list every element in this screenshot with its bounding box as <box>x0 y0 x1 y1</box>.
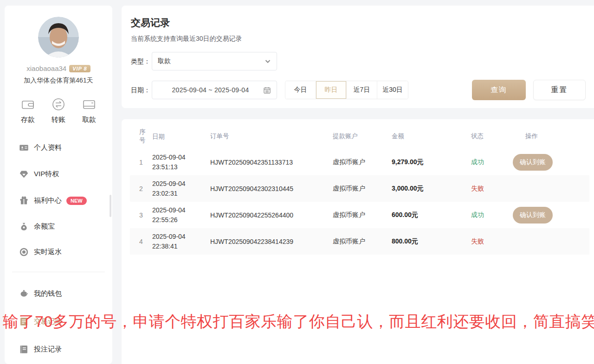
reset-button[interactable]: 重置 <box>533 80 586 100</box>
new-badge: NEW <box>66 197 87 205</box>
table-row: 2 2025-09-04 23:02:31 HJWT20250904230231… <box>130 175 589 202</box>
column-header: 订单号 <box>210 132 333 140</box>
page-title: 交易记录 <box>131 16 170 29</box>
row-order-number: HJWT202509042302310445 <box>210 185 333 192</box>
row-time: 22:38:41 <box>152 242 207 251</box>
row-time: 22:55:26 <box>152 215 207 225</box>
search-button[interactable]: 查询 <box>472 80 526 100</box>
sidebar-item-bets[interactable]: 投注记录 <box>5 335 112 363</box>
sidebar-item-label: 投注记录 <box>34 345 62 354</box>
row-account: 虚拟币账户 <box>333 185 392 193</box>
sidebar-item-label: 余额宝 <box>34 222 55 231</box>
date-range-input[interactable]: 2025-09-04 ~ 2025-09-04 <box>152 81 277 99</box>
table-row: 4 2025-09-04 22:38:41 HJWT20250904223841… <box>130 228 589 255</box>
sidebar-item-label: VIP特权 <box>34 170 59 179</box>
avatar <box>38 17 79 57</box>
row-order-number: HJWT202509042238414239 <box>210 238 333 245</box>
quick-action-label: 取款 <box>82 115 96 124</box>
gift-icon <box>19 196 29 205</box>
table-row: 1 2025-09-04 23:51:13 HJWT20250904235113… <box>130 149 589 175</box>
column-header: 日期 <box>152 132 210 141</box>
type-select[interactable]: 取款 <box>152 52 277 70</box>
calendar-icon <box>263 86 271 94</box>
date-filter-row: 日期： 2025-09-04 ~ 2025-09-04 今日 昨日 近7日 近3… <box>131 81 408 99</box>
row-account: 虚拟币账户 <box>333 158 392 166</box>
sidebar-item-welfare[interactable]: 福利中心 NEW <box>5 187 112 214</box>
column-header: 状态 <box>471 132 513 140</box>
row-status: 成功 <box>471 158 513 166</box>
row-account: 虚拟币账户 <box>333 211 392 219</box>
confirm-arrival-button[interactable]: 确认到账 <box>513 154 553 171</box>
quick-action-label: 存款 <box>21 115 35 124</box>
confirm-arrival-button[interactable]: 确认到账 <box>513 207 553 224</box>
sidebar-item-profile[interactable]: 个人资料 <box>5 134 112 161</box>
divider <box>12 272 105 272</box>
row-datetime: 2025-09-04 23:51:13 <box>152 153 210 172</box>
wallet-icon <box>19 289 29 299</box>
username: xiaobaoaa34 <box>26 64 66 72</box>
row-status: 失败 <box>471 237 513 246</box>
sidebar-scrollbar[interactable] <box>110 195 111 217</box>
column-header: 操作 <box>513 132 589 140</box>
money-bag-icon <box>19 222 29 231</box>
sidebar-item-wallet[interactable]: 我的钱包 <box>5 280 112 307</box>
filter-panel: 交易记录 当前系统支持查询最近30日的交易记录 类型： 取款 日期： 2025-… <box>122 6 594 108</box>
row-datetime: 2025-09-04 23:02:31 <box>152 179 210 198</box>
row-index: 1 <box>130 159 152 166</box>
transfer-quick-action[interactable]: 转账 <box>51 97 66 124</box>
sidebar-item-vip[interactable]: VIP特权 <box>5 161 112 187</box>
quick-actions: 存款 转账 取款 <box>5 97 112 124</box>
date-label: 日期： <box>131 81 150 99</box>
row-date: 2025-09-04 <box>152 179 207 189</box>
rebate-icon <box>19 247 29 257</box>
range-yesterday-button[interactable]: 昨日 <box>316 81 347 99</box>
sidebar-item-label: 福利中心 <box>34 196 62 205</box>
row-amount: 9,279.00元 <box>392 158 471 166</box>
table-row: 3 2025-09-04 22:55:26 HJWT20250904225526… <box>130 202 589 228</box>
sidebar-item-label: 我的钱包 <box>34 289 62 298</box>
column-header: 序号 <box>130 128 152 145</box>
range-today-button[interactable]: 今日 <box>285 81 316 99</box>
join-days-text: 加入华体会体育第461天 <box>5 77 112 85</box>
row-index: 2 <box>130 185 152 192</box>
row-datetime: 2025-09-04 22:55:26 <box>152 205 210 225</box>
row-time: 23:02:31 <box>152 189 207 198</box>
row-amount: 3,000.00元 <box>392 185 471 193</box>
row-status: 失败 <box>471 185 513 193</box>
date-quick-ranges: 今日 昨日 近7日 近30日 <box>285 81 408 99</box>
vip-badge: VIP 8 <box>69 65 90 72</box>
bet-records-icon <box>19 345 29 354</box>
range-30days-button[interactable]: 近30日 <box>377 81 408 99</box>
row-status: 成功 <box>471 211 513 219</box>
row-account: 虚拟币账户 <box>333 237 392 246</box>
type-select-value: 取款 <box>158 57 265 65</box>
diamond-icon <box>19 169 29 179</box>
sidebar-item-rebate[interactable]: 实时返水 <box>5 239 112 265</box>
column-header: 金额 <box>392 132 471 140</box>
sidebar: xiaobaoaa34VIP 8 加入华体会体育第461天 存款 转账 取款 <box>5 6 112 364</box>
withdraw-quick-action[interactable]: 取款 <box>82 97 97 124</box>
row-index: 4 <box>130 238 152 245</box>
main-content: 交易记录 当前系统支持查询最近30日的交易记录 类型： 取款 日期： 2025-… <box>122 0 594 364</box>
withdraw-card-icon <box>82 97 97 112</box>
row-time: 23:51:13 <box>152 162 207 172</box>
row-amount: 600.00元 <box>392 211 471 219</box>
row-datetime: 2025-09-04 22:38:41 <box>152 232 210 251</box>
type-label: 类型： <box>131 52 150 70</box>
table-header-row: 序号 日期 订单号 提款账户 金额 状态 操作 <box>130 124 589 149</box>
row-date: 2025-09-04 <box>152 232 207 242</box>
sidebar-item-yuebao[interactable]: 余额宝 <box>5 214 112 239</box>
row-amount: 800.00元 <box>392 237 471 246</box>
id-card-icon <box>19 143 29 153</box>
sidebar-item-label: 实时返水 <box>34 248 62 256</box>
column-header: 提款账户 <box>333 132 392 140</box>
row-order-number: HJWT202509042255264400 <box>210 211 333 219</box>
range-7days-button[interactable]: 近7日 <box>347 81 377 99</box>
type-filter-row: 类型： 取款 <box>131 52 277 70</box>
row-index: 3 <box>130 211 152 219</box>
row-date: 2025-09-04 <box>152 153 207 162</box>
chevron-down-icon <box>265 58 271 64</box>
deposit-quick-action[interactable]: 存款 <box>20 97 35 124</box>
sidebar-item-label: 个人资料 <box>34 143 62 152</box>
date-range-value: 2025-09-04 ~ 2025-09-04 <box>158 86 263 94</box>
